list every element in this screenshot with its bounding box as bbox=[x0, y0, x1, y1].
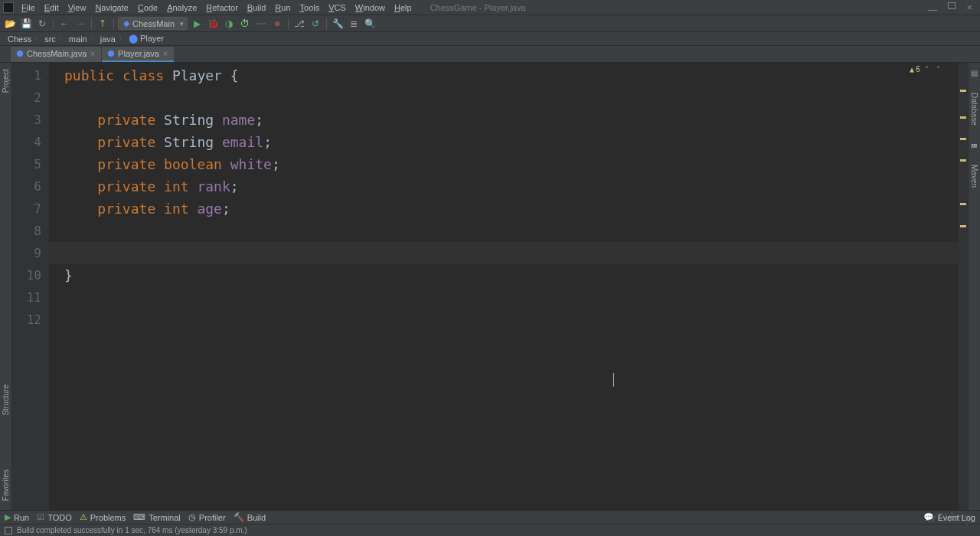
toolbar-sep bbox=[53, 18, 54, 29]
coverage-icon[interactable]: ◑ bbox=[222, 17, 236, 31]
btab-terminal[interactable]: ⌨Terminal bbox=[133, 512, 181, 522]
stop-icon[interactable]: ■ bbox=[270, 17, 284, 31]
menu-run[interactable]: Run bbox=[270, 3, 295, 12]
label: Terminal bbox=[149, 513, 181, 522]
hammer-icon: 🔨 bbox=[234, 512, 244, 522]
error-stripe[interactable] bbox=[959, 63, 968, 510]
right-tool-rail: ▤ Database m Maven bbox=[968, 63, 980, 510]
tool-database[interactable]: Database bbox=[970, 93, 978, 126]
update-icon[interactable]: ↺ bbox=[309, 17, 322, 31]
menu-help[interactable]: Help bbox=[390, 3, 416, 12]
tab-player-java[interactable]: Player.java× bbox=[102, 47, 174, 62]
editor-gutter: 123456789101112 bbox=[12, 63, 49, 510]
menu-navigate[interactable]: Navigate bbox=[90, 3, 132, 12]
save-icon[interactable]: 💾 bbox=[19, 17, 33, 31]
forward-icon[interactable]: → bbox=[74, 17, 87, 31]
close-icon[interactable]: × bbox=[163, 50, 168, 58]
line-number: 12 bbox=[12, 309, 49, 331]
code-line[interactable] bbox=[64, 87, 959, 109]
code-line[interactable] bbox=[49, 242, 959, 264]
menu-window[interactable]: Window bbox=[351, 3, 390, 12]
chevron-right-icon: 〉 bbox=[90, 34, 97, 44]
java-file-icon bbox=[17, 51, 23, 57]
find-icon[interactable]: 🔍 bbox=[363, 17, 377, 31]
inspection-widget[interactable]: ▲ 6 ˄ ˅ bbox=[910, 65, 942, 74]
git-icon[interactable]: ⎇ bbox=[292, 17, 306, 31]
crumb-java[interactable]: java bbox=[97, 34, 119, 44]
tool-project[interactable]: Project bbox=[2, 69, 10, 93]
btab-profiler[interactable]: ◷Profiler bbox=[188, 512, 226, 522]
database-icon[interactable]: ▤ bbox=[971, 69, 978, 77]
watermark: 𝓤 Udemy bbox=[927, 511, 972, 525]
tool-favorites[interactable]: Favorites bbox=[2, 469, 10, 501]
refresh-icon[interactable]: ↻ bbox=[35, 17, 49, 31]
debug-icon[interactable]: 🐞 bbox=[206, 17, 220, 31]
tab-label: ChessMain.java bbox=[27, 49, 87, 58]
btab-build[interactable]: 🔨Build bbox=[234, 512, 266, 522]
line-number: 11 bbox=[12, 286, 49, 309]
run-config-dropdown[interactable]: ◆ ChessMain bbox=[118, 17, 188, 30]
maven-icon[interactable]: m bbox=[972, 141, 978, 149]
run-icon[interactable]: ▶ bbox=[190, 17, 204, 31]
maximize-icon[interactable] bbox=[948, 2, 956, 13]
menu-view[interactable]: View bbox=[64, 3, 91, 12]
menu-analyze[interactable]: Analyze bbox=[162, 3, 201, 12]
warning-marker[interactable] bbox=[960, 203, 966, 205]
warning-marker[interactable] bbox=[960, 116, 966, 119]
crumb-chess[interactable]: Chess bbox=[5, 34, 34, 44]
menu-code[interactable]: Code bbox=[133, 3, 162, 12]
label: Profiler bbox=[199, 513, 226, 522]
crumb-player[interactable]: ⬤ Player bbox=[126, 34, 167, 44]
structure-icon[interactable]: ≣ bbox=[347, 17, 361, 31]
menu-file[interactable]: File bbox=[17, 3, 40, 12]
tool-maven[interactable]: Maven bbox=[970, 165, 978, 188]
line-number: 7 bbox=[12, 198, 49, 220]
code-line[interactable]: private boolean white; bbox=[64, 153, 959, 175]
menu-tools[interactable]: Tools bbox=[296, 3, 325, 12]
chevron-right-icon: 〉 bbox=[34, 34, 41, 44]
warning-marker[interactable] bbox=[960, 90, 966, 92]
warning-marker[interactable] bbox=[960, 225, 966, 227]
menu-refactor[interactable]: Refactor bbox=[201, 3, 243, 12]
editor-code[interactable]: ▲ 6 ˄ ˅ public class Player { private St… bbox=[49, 63, 959, 510]
menu-vcs[interactable]: VCS bbox=[324, 3, 351, 12]
code-line[interactable] bbox=[64, 220, 959, 242]
breadcrumb: Chess〉src〉main〉java〉⬤ Player bbox=[0, 32, 980, 46]
menu-build[interactable]: Build bbox=[243, 3, 270, 12]
editor[interactable]: 123456789101112 ▲ 6 ˄ ˅ public class Pla… bbox=[12, 63, 968, 510]
code-line[interactable]: } bbox=[64, 264, 959, 286]
close-icon[interactable]: × bbox=[966, 2, 972, 13]
editor-tabs: ChessMain.java×Player.java× bbox=[0, 46, 980, 63]
btab-run[interactable]: ▶Run bbox=[5, 512, 29, 522]
close-icon[interactable]: × bbox=[90, 50, 95, 58]
warning-marker[interactable] bbox=[960, 138, 966, 140]
open-icon[interactable]: 📂 bbox=[3, 17, 17, 31]
back-icon[interactable]: ← bbox=[57, 17, 71, 31]
code-line[interactable]: private String name; bbox=[64, 109, 959, 131]
label: Problems bbox=[90, 513, 126, 522]
code-line[interactable]: private int rank; bbox=[64, 175, 959, 198]
code-line[interactable]: public class Player { bbox=[64, 64, 959, 87]
menu-edit[interactable]: Edit bbox=[40, 3, 64, 12]
warning-icon: ▲ bbox=[910, 65, 914, 74]
tool-structure[interactable]: Structure bbox=[2, 384, 10, 416]
tab-chessmain-java[interactable]: ChessMain.java× bbox=[11, 47, 101, 62]
code-line[interactable] bbox=[64, 286, 959, 309]
btab-problems[interactable]: ⚠Problems bbox=[80, 512, 126, 522]
profiler-icon[interactable]: ⏱ bbox=[238, 17, 252, 31]
warning-count: 6 bbox=[916, 65, 920, 74]
run-icon: ▶ bbox=[5, 512, 11, 522]
btab-todo[interactable]: ☑TODO bbox=[37, 512, 72, 522]
code-line[interactable]: private int age; bbox=[64, 198, 959, 220]
search-icon[interactable]: 🔧 bbox=[331, 17, 345, 31]
inspection-nav-icon[interactable]: ˄ ˅ bbox=[925, 65, 942, 74]
lock-icon[interactable] bbox=[5, 527, 12, 534]
crumb-main[interactable]: main bbox=[66, 34, 90, 44]
build-icon[interactable]: ⤒ bbox=[96, 17, 109, 31]
warning-marker[interactable] bbox=[960, 159, 966, 162]
minimize-icon[interactable] bbox=[928, 2, 937, 13]
code-line[interactable]: private String email; bbox=[64, 131, 959, 153]
crumb-src[interactable]: src bbox=[41, 34, 59, 44]
attach-icon[interactable]: ⋯ bbox=[254, 17, 268, 31]
window-controls: × bbox=[928, 2, 977, 13]
